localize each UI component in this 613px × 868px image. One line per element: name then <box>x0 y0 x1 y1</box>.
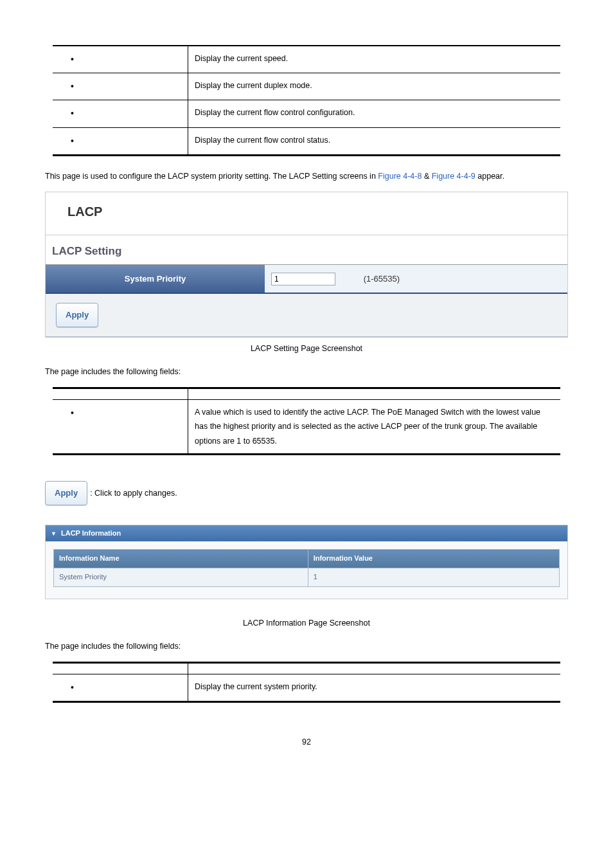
info-name-cell: System Priority <box>54 568 308 587</box>
lacp-setting-table: System Priority (1-65535) <box>46 265 567 294</box>
table-row: A value which is used to identify the ac… <box>53 399 560 453</box>
figure-caption-1: LACP Setting Page Screenshot <box>13 341 600 356</box>
row-label <box>53 46 188 73</box>
row-label <box>53 674 188 701</box>
apply-description-line: Apply : Click to apply changes. <box>45 481 568 505</box>
table-row: Display the current flow control status. <box>53 127 560 154</box>
chevron-down-icon: ▼ <box>51 529 57 539</box>
lacp-information-panel: ▼ LACP Information Information Name Info… <box>45 525 568 599</box>
bullet-icon <box>59 683 80 692</box>
table-row: Display the current speed. <box>53 46 560 73</box>
figure-link-1[interactable]: Figure 4-4-8 <box>378 172 422 181</box>
bullet-icon <box>59 409 80 418</box>
info-name-header: Information Name <box>54 550 308 568</box>
system-priority-input[interactable] <box>271 273 335 285</box>
lacp-setting-panel: LACP LACP Setting System Priority (1-655… <box>45 192 568 337</box>
row-desc: Display the current flow control configu… <box>188 100 561 127</box>
row-desc: Display the current system priority. <box>188 674 561 701</box>
apply-button-inline[interactable]: Apply <box>45 481 87 505</box>
bullet-icon <box>59 82 80 91</box>
fields-table-1: A value which is used to identify the ac… <box>53 389 560 454</box>
bullet-icon <box>59 137 80 146</box>
lacp-info-table: Information Name Information Value Syste… <box>53 549 560 587</box>
fields-intro-1: The page includes the following fields: <box>45 365 568 379</box>
intro-text-a: This page is used to configure the LACP … <box>45 172 378 181</box>
table-row: Display the current flow control configu… <box>53 100 560 127</box>
row-desc: Display the current flow control status. <box>188 127 561 154</box>
property-table: Display the current speed.Display the cu… <box>53 46 560 154</box>
bullet-icon <box>59 55 80 64</box>
table-row: Display the current duplex mode. <box>53 73 560 100</box>
fields-table-2: Display the current system priority. <box>53 664 560 701</box>
page-number: 92 <box>13 735 600 750</box>
system-priority-header: System Priority <box>46 265 265 293</box>
row-label <box>53 100 188 127</box>
panel-title: LACP <box>46 192 567 235</box>
table-row: Display the current system priority. <box>53 674 560 701</box>
figure-caption-2: LACP Information Page Screenshot <box>13 616 600 631</box>
bullet-icon <box>59 109 80 118</box>
row-label <box>53 399 188 453</box>
intro-amp: & <box>424 172 432 181</box>
row-label <box>53 127 188 154</box>
intro-text-b: appear. <box>477 172 504 181</box>
system-priority-range: (1-65535) <box>338 274 400 284</box>
intro-paragraph: This page is used to configure the LACP … <box>45 168 568 186</box>
apply-button[interactable]: Apply <box>56 303 98 327</box>
row-desc: Display the current speed. <box>188 46 561 73</box>
row-label <box>53 73 188 100</box>
figure-link-2[interactable]: Figure 4-4-9 <box>432 172 475 181</box>
lacp-info-header-label: LACP Information <box>61 529 121 537</box>
apply-desc-text: : Click to apply changes. <box>90 486 177 501</box>
fields-intro-2: The page includes the following fields: <box>45 639 568 654</box>
row-desc: A value which is used to identify the ac… <box>188 399 561 453</box>
info-value-cell: 1 <box>308 568 559 587</box>
panel-section-title: LACP Setting <box>46 235 567 265</box>
info-value-header: Information Value <box>308 550 559 568</box>
lacp-info-collapse-header[interactable]: ▼ LACP Information <box>46 525 567 542</box>
row-desc: Display the current duplex mode. <box>188 73 561 100</box>
